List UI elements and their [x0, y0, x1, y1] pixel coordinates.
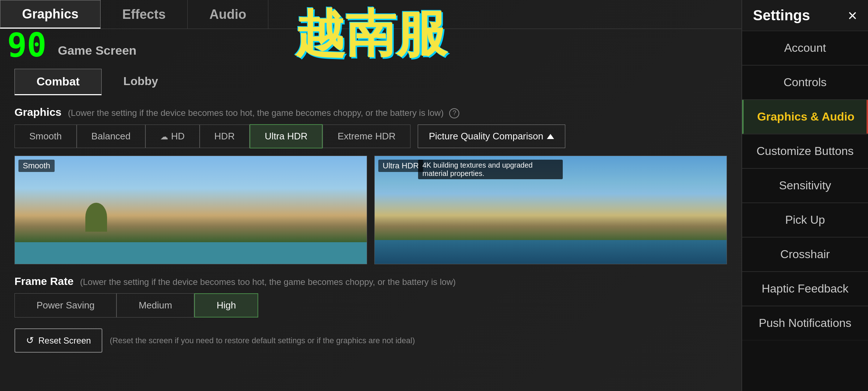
quality-ultra-hdr-btn[interactable]: Ultra HDR	[250, 124, 323, 148]
cloud-icon: ☁	[160, 132, 168, 142]
image-comparison: Smooth Ultra HDR 4K building textures an…	[14, 156, 727, 264]
content-area: Combat Lobby Graphics (Lower the setting…	[0, 62, 741, 391]
sidebar-item-customize-buttons[interactable]: Customize Buttons	[742, 134, 868, 168]
sidebar-header: Settings ×	[742, 0, 868, 31]
tab-effects[interactable]: Effects	[101, 0, 188, 29]
framerate-buttons: Power Saving Medium High	[14, 293, 727, 318]
ultra-desc: 4K building textures and upgraded materi…	[418, 160, 563, 179]
graphics-label: Graphics	[14, 106, 61, 118]
comparison-image-left: Smooth	[14, 156, 367, 264]
tab-audio[interactable]: Audio	[188, 0, 268, 29]
sub-tab-lobby[interactable]: Lobby	[102, 69, 180, 95]
sidebar-item-sensitivity[interactable]: Sensitivity	[742, 169, 868, 203]
smooth-scene	[15, 156, 367, 264]
reset-note: (Reset the screen if you need to restore…	[110, 336, 415, 345]
framerate-medium-btn[interactable]: Medium	[116, 293, 194, 318]
graphics-section-title: Graphics (Lower the setting if the devic…	[14, 106, 727, 118]
sidebar-item-crosshair[interactable]: Crosshair	[742, 237, 868, 272]
sidebar-item-graphics-audio[interactable]: Graphics & Audio	[742, 100, 868, 134]
chevron-up-icon	[547, 134, 554, 139]
framerate-subtitle: (Lower the setting if the device becomes…	[80, 277, 456, 287]
reset-screen-btn[interactable]: ↺ Reset Screen	[14, 328, 102, 353]
close-button[interactable]: ×	[848, 8, 857, 24]
framerate-power-saving-btn[interactable]: Power Saving	[14, 293, 116, 318]
sidebar-item-push-notifications[interactable]: Push Notifications	[742, 306, 868, 340]
graphics-section: Graphics (Lower the setting if the devic…	[14, 106, 727, 264]
fps-counter: 90	[7, 29, 46, 62]
sidebar-item-haptic-feedback[interactable]: Haptic Feedback	[742, 272, 868, 306]
quality-balanced-btn[interactable]: Balanced	[77, 125, 145, 148]
sidebar-item-account[interactable]: Account	[742, 31, 868, 65]
ultra-label: Ultra HDR	[378, 160, 423, 172]
framerate-title: Frame Rate (Lower the setting if the dev…	[14, 275, 727, 287]
game-screen-label: Game Screen	[58, 43, 136, 58]
sidebar-item-pick-up[interactable]: Pick Up	[742, 203, 868, 237]
sidebar: Settings × Account Controls Graphics & A…	[741, 0, 868, 391]
framerate-label: Frame Rate	[14, 275, 73, 287]
quality-smooth-btn[interactable]: Smooth	[14, 125, 77, 148]
framerate-section: Frame Rate (Lower the setting if the dev…	[14, 275, 727, 318]
main-panel: 越南服 Graphics Effects Audio 90 Game Scree…	[0, 0, 741, 391]
top-tabs: Graphics Effects Audio	[0, 0, 741, 29]
quality-buttons: Smooth Balanced ☁HD HDR Ultra HDR Extrem…	[14, 124, 727, 148]
tab-graphics[interactable]: Graphics	[0, 0, 101, 29]
picture-comparison-label: Picture Quality Comparison	[429, 131, 543, 142]
picture-comparison-btn[interactable]: Picture Quality Comparison	[418, 125, 565, 148]
sub-tab-combat[interactable]: Combat	[14, 69, 102, 95]
smooth-label: Smooth	[18, 160, 55, 172]
quality-hd-btn[interactable]: ☁HD	[145, 125, 200, 148]
sidebar-title: Settings	[753, 7, 810, 24]
framerate-high-btn[interactable]: High	[194, 293, 258, 318]
sidebar-item-controls[interactable]: Controls	[742, 66, 868, 100]
quality-extreme-hdr-btn[interactable]: Extreme HDR	[323, 125, 410, 148]
help-icon[interactable]: ?	[449, 108, 459, 118]
reset-icon: ↺	[26, 335, 34, 346]
reset-section: ↺ Reset Screen (Reset the screen if you …	[14, 328, 727, 353]
sidebar-items: Account Controls Graphics & Audio Custom…	[742, 31, 868, 391]
reset-label: Reset Screen	[38, 336, 91, 346]
comparison-image-right: Ultra HDR 4K building textures and upgra…	[374, 156, 727, 264]
graphics-subtitle: (Lower the setting if the device becomes…	[68, 108, 444, 118]
sub-tabs: Combat Lobby	[14, 69, 727, 95]
quality-hdr-btn[interactable]: HDR	[200, 125, 250, 148]
